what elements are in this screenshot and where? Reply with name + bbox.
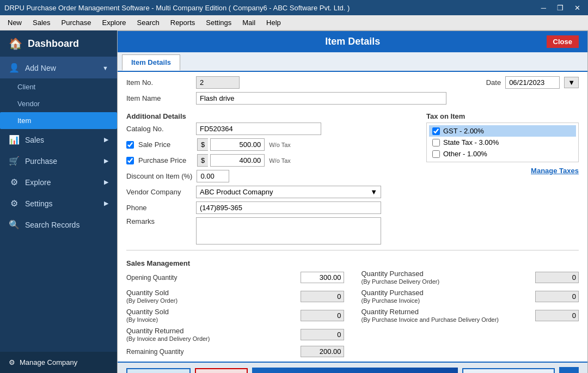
menu-mail[interactable]: Mail [237,16,261,29]
window-close-button[interactable]: ✕ [571,3,584,13]
sidebar-sub-vendor[interactable]: Vendor [0,95,117,112]
menu-purchase[interactable]: Purchase [56,16,97,29]
phone-label: Phone [126,204,192,212]
sale-price-row: Sale Price $ W/o Tax [126,138,418,151]
catalog-label: Catalog No. [126,125,192,133]
remarks-row: Remarks [126,217,418,244]
state-tax-label: State Tax - 3.00% [443,138,499,146]
qty-returned-row: Quantity Returned (By Invoice and Delive… [126,327,344,343]
gst-checkbox[interactable] [432,127,440,135]
sidebar-sub-client[interactable]: Client [0,78,117,95]
tax-on-item-title: Tax on Item [426,112,579,120]
purchase-price-wotax: W/o Tax [269,157,291,164]
sales-label: Sales [25,136,44,144]
window-controls: ─ ❒ ✕ [538,3,584,13]
phone-row: Phone [126,201,418,214]
tax-item-other[interactable]: Other - 1.00% [429,148,576,160]
item-no-input[interactable] [196,76,240,89]
menu-reports[interactable]: Reports [165,16,201,29]
purchase-label: Purchase [25,157,57,166]
menu-new[interactable]: New [2,16,27,29]
qty-sold-invoice-row: Quantity Sold (By Invoice) [126,308,344,323]
purchase-price-currency: $ [197,154,208,167]
tax-item-state[interactable]: State Tax - 3.00% [429,137,576,148]
qty-purchased-invoice-row: Quantity Purchased (By Purchase Invoice) [362,289,579,304]
item-label: Item [17,117,31,125]
two-column-section: Additional Details Catalog No. Sale Pric… [126,108,579,248]
sidebar: 🏠 Dashboard 👤 Add New ▼ Client Vendor It… [0,30,117,373]
sales-arrow-icon: ▶ [104,136,108,143]
sale-price-input[interactable] [210,138,265,151]
date-picker-button[interactable]: ▼ [564,77,579,88]
item-no-label: Item No. [126,78,192,87]
right-column: Tax on Item GST - 2.00% State Tax - 3.00… [426,108,579,248]
menu-explore[interactable]: Explore [96,16,131,29]
menu-settings[interactable]: Settings [200,16,237,29]
sidebar-item-settings[interactable]: ⚙ Settings ▶ [0,193,117,214]
item-no-row: Item No. Date ▼ [126,76,579,89]
other-tax-checkbox[interactable] [432,150,440,158]
sidebar-item-search[interactable]: 🔍 Search Records [0,214,117,235]
opening-qty-label: Opening Quantity [126,274,296,282]
dialog-header: Item Details Close [118,31,587,52]
date-input[interactable] [505,76,560,89]
tab-item-details[interactable]: Item Details [122,54,180,71]
catalog-input[interactable] [196,123,321,135]
client-label: Client [17,83,35,91]
sales-management-section: Sales Management Opening Quantity Quanti… [126,250,579,357]
sales-management-title: Sales Management [126,259,579,267]
phone-input[interactable] [196,201,381,214]
manage-company-label: Manage Company [20,358,77,366]
menu-help[interactable]: Help [261,16,286,29]
tax-item-gst[interactable]: GST - 2.00% [429,125,576,137]
help-button[interactable]: ? [559,367,579,373]
item-name-row: Item Name [126,92,579,105]
opening-qty-input[interactable] [301,272,344,283]
purchase-price-label: Purchase Price [138,156,193,164]
sale-price-input-group: $ W/o Tax [197,138,291,151]
qty-purchased-invoice-label: Quantity Purchased (By Purchase Invoice) [362,289,531,304]
save-item-button[interactable]: ✔ Save Item [126,368,191,374]
vendor-company-dropdown[interactable]: ABC Product Comapny ▼ [196,186,381,198]
item-name-input[interactable] [196,92,446,105]
qty-returned-purchase-label: Quantity Returned (By Purchase Invoice a… [362,308,531,323]
purchase-arrow-icon: ▶ [104,157,108,164]
purchase-price-row: Purchase Price $ W/o Tax [126,154,418,167]
qty-returned-input [301,329,344,340]
content-area: Item Details Close Item Details Item No.… [117,30,588,373]
tax-box: GST - 2.00% State Tax - 3.00% Other - 1.… [426,123,579,162]
close-button[interactable]: Close [547,35,579,48]
purchase-price-checkbox[interactable] [126,157,134,164]
sidebar-item-add-new[interactable]: 👤 Add New ▼ [0,57,117,78]
manage-company-button[interactable]: ⚙ Manage Company [0,352,117,373]
menu-search[interactable]: Search [132,16,165,29]
sale-price-checkbox[interactable] [126,141,134,149]
qty-sold-delivery-input [301,291,344,302]
menu-bar: New Sales Purchase Explore Search Report… [0,15,588,30]
smart-accountant-banner: Smart-Accountant.com [252,368,457,374]
manage-taxes-link[interactable]: Manage Taxes [531,167,579,175]
purchase-icon: 🛒 [9,156,20,166]
minimize-button[interactable]: ─ [538,3,549,13]
view-existing-items-button[interactable]: 📋 View Existing Items [462,368,555,374]
vendor-label: Vendor [17,100,40,108]
dialog-title: Item Details [159,36,547,47]
remaining-qty-row: Remaining Quantity [126,346,344,357]
menu-sales[interactable]: Sales [27,16,56,29]
window-title: DRPU Purchase Order Management Software … [4,4,350,12]
qty-sold-delivery-label: Quantity Sold (By Delivery Order) [126,289,296,304]
remarks-textarea[interactable] [196,217,381,244]
sidebar-sub-item[interactable]: Item [0,112,117,129]
restore-button[interactable]: ❒ [554,3,567,13]
sidebar-header: 🏠 Dashboard [0,30,117,57]
purchase-price-input[interactable] [210,154,265,167]
sales-management-grid: Opening Quantity Quantity Purchased (By … [126,270,579,357]
discount-input[interactable] [197,170,229,182]
sidebar-item-sales[interactable]: 📊 Sales ▶ [0,129,117,150]
sidebar-item-purchase[interactable]: 🛒 Purchase ▶ [0,150,117,172]
sidebar-item-explore[interactable]: ⚙ Explore ▶ [0,172,117,193]
state-tax-checkbox[interactable] [432,139,440,146]
manage-taxes-container: Manage Taxes [426,167,579,175]
discount-row: Discount on Item (%) [126,170,418,182]
cancel-button[interactable]: ✕ Cancel [195,368,248,374]
